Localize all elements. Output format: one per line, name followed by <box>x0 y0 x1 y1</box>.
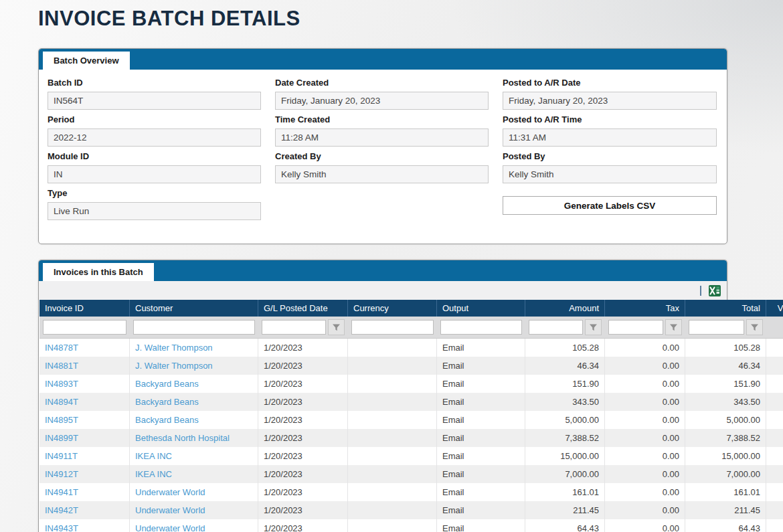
invoice_id-link[interactable]: IN4894T <box>45 397 78 407</box>
filter-cell-invoice_id <box>39 317 130 339</box>
customer-link[interactable]: Backyard Beans <box>135 415 199 425</box>
cell-output: Email <box>437 465 525 483</box>
filter-input-output[interactable] <box>440 320 522 335</box>
invoice_id-link[interactable]: IN4942T <box>45 505 78 515</box>
column-header-customer[interactable]: Customer <box>130 300 258 317</box>
cell-amount: 15,000.00 <box>525 447 605 465</box>
column-header-invoice_id[interactable]: Invoice ID <box>39 300 130 317</box>
filter-cell-currency <box>348 317 437 339</box>
invoice_id-link[interactable]: IN4912T <box>45 469 78 479</box>
cell-invoice_id: IN4912T <box>39 465 130 483</box>
type-label: Type <box>48 188 261 198</box>
table-row: IN4899TBethesda North Hospital1/20/2023E… <box>39 429 783 447</box>
batch-overview-panel: Batch Overview Batch ID Period Module ID… <box>38 48 727 244</box>
posted-to-ar-date-field[interactable] <box>503 92 717 110</box>
cell-currency <box>348 447 437 465</box>
customer-link[interactable]: Bethesda North Hospital <box>135 433 230 443</box>
cell-gl_posted_date: 1/20/2023 <box>258 447 348 465</box>
created-by-field[interactable] <box>275 165 489 183</box>
cell-total: 7,388.52 <box>685 429 766 447</box>
cell-gl_posted_date: 1/20/2023 <box>258 375 348 393</box>
filter-input-amount[interactable] <box>529 320 583 335</box>
filter-cell-customer <box>130 317 258 339</box>
column-header-amount[interactable]: Amount <box>525 300 605 317</box>
period-label: Period <box>48 114 261 124</box>
cell-total: 15,000.00 <box>685 447 766 465</box>
cell-amount: 46.34 <box>525 357 605 375</box>
filter-input-tax[interactable] <box>608 320 663 335</box>
tab-invoices-in-this-batch[interactable]: Invoices in this Batch <box>43 263 154 281</box>
tab-batch-overview-label: Batch Overview <box>54 56 119 66</box>
cell-tax: 0.00 <box>605 357 685 375</box>
customer-link[interactable]: J. Walter Thompson <box>135 343 213 353</box>
filter-input-invoice_id[interactable] <box>43 320 126 335</box>
invoice_id-link[interactable]: IN4899T <box>45 433 78 443</box>
filter-funnel-icon-tax[interactable] <box>665 319 682 335</box>
cell-amount: 7,000.00 <box>525 465 605 483</box>
invoice_id-link[interactable]: IN4878T <box>45 343 78 353</box>
period-field[interactable] <box>48 128 261 147</box>
invoice_id-link[interactable]: IN4893T <box>45 379 78 389</box>
cell-invoice_id: IN4941T <box>39 483 130 501</box>
form-column-2: Date Created Time Created Created By <box>275 74 489 225</box>
cell-currency <box>348 375 437 393</box>
tab-batch-overview[interactable]: Batch Overview <box>43 52 130 70</box>
module-id-field[interactable] <box>48 165 261 183</box>
cell-amount: 64.43 <box>525 519 605 532</box>
column-header-tax[interactable]: Tax <box>605 300 685 317</box>
posted-to-ar-time-label: Posted to A/R Time <box>503 114 717 124</box>
posted-by-field[interactable] <box>503 165 717 183</box>
date-created-field[interactable] <box>275 92 489 110</box>
customer-link[interactable]: Backyard Beans <box>135 397 199 407</box>
cell-total: 151.90 <box>685 375 766 393</box>
cell-total: 105.28 <box>685 339 766 357</box>
cell-gl_posted_date: 1/20/2023 <box>258 411 348 429</box>
filter-input-gl_posted_date[interactable] <box>262 320 326 335</box>
cell-tax: 0.00 <box>605 501 685 519</box>
customer-link[interactable]: Backyard Beans <box>135 379 199 389</box>
column-header-currency[interactable]: Currency <box>348 300 437 317</box>
time-created-field[interactable] <box>275 128 489 147</box>
filter-input-total[interactable] <box>689 320 744 335</box>
customer-link[interactable]: Underwater World <box>135 487 205 497</box>
column-header-total[interactable]: Total <box>685 300 766 317</box>
excel-export-icon[interactable] <box>709 285 721 296</box>
cell-gl_posted_date: 1/20/2023 <box>258 519 348 532</box>
cell-invoice_id: IN4878T <box>39 339 130 357</box>
cell-invoice_id: IN4893T <box>39 375 130 393</box>
invoice_id-link[interactable]: IN4941T <box>45 487 78 497</box>
cell-customer: IKEA INC <box>130 447 258 465</box>
cell-customer: J. Walter Thompson <box>130 339 258 357</box>
batch-id-field[interactable] <box>48 92 261 110</box>
time-created-label: Time Created <box>275 114 489 124</box>
cell-customer: Underwater World <box>130 519 258 532</box>
cell-currency <box>348 483 437 501</box>
invoice_id-link[interactable]: IN4911T <box>45 451 78 461</box>
invoice_id-link[interactable]: IN4943T <box>45 523 78 532</box>
invoice_id-link[interactable]: IN4895T <box>45 415 78 425</box>
cell-customer: J. Walter Thompson <box>130 357 258 375</box>
cell-total: 161.01 <box>685 483 766 501</box>
posted-to-ar-time-field[interactable] <box>503 128 717 147</box>
invoice_id-link[interactable]: IN4881T <box>45 361 78 371</box>
filter-funnel-icon-gl_posted_date[interactable] <box>328 319 345 335</box>
column-header-gl_posted_date[interactable]: G/L Posted Date <box>258 300 348 317</box>
customer-link[interactable]: J. Walter Thompson <box>135 361 213 371</box>
customer-link[interactable]: Underwater World <box>135 523 205 532</box>
filter-input-customer[interactable] <box>133 320 255 335</box>
filter-funnel-icon-amount[interactable] <box>585 319 602 335</box>
generate-labels-csv-button[interactable]: Generate Labels CSV <box>503 196 717 215</box>
filter-funnel-icon-total[interactable] <box>746 319 763 335</box>
type-field[interactable] <box>48 202 261 220</box>
batch-id-label: Batch ID <box>48 78 261 88</box>
filter-input-currency[interactable] <box>351 320 434 335</box>
cell-view_pdf: PDF <box>766 447 783 465</box>
field-posted-by: Posted By <box>503 151 717 183</box>
customer-link[interactable]: IKEA INC <box>135 469 172 479</box>
customer-link[interactable]: Underwater World <box>135 505 205 515</box>
cell-currency <box>348 501 437 519</box>
field-posted-to-ar-time: Posted to A/R Time <box>503 114 717 147</box>
column-header-output[interactable]: Output <box>437 300 525 317</box>
column-header-view_pdf[interactable]: View PDF <box>766 300 783 317</box>
customer-link[interactable]: IKEA INC <box>135 451 172 461</box>
